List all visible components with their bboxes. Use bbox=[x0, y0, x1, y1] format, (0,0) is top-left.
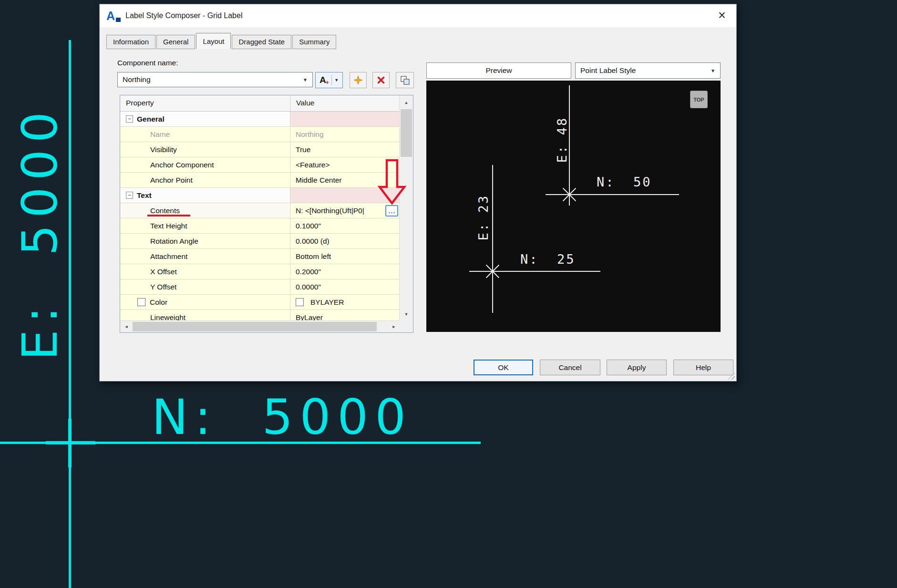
vertical-scroll-thumb[interactable] bbox=[401, 109, 412, 157]
scroll-left-icon[interactable]: ◄ bbox=[120, 321, 133, 332]
property-row-visibility[interactable]: Visibility True bbox=[120, 142, 400, 157]
preview-style-value: Point Label Style bbox=[580, 66, 636, 75]
property-row-attachment[interactable]: Attachment Bottom left bbox=[120, 249, 400, 264]
close-icon[interactable]: × bbox=[714, 8, 730, 23]
property-row-lineweight[interactable]: Lineweight ByLayer bbox=[120, 310, 400, 321]
component-name-select[interactable]: Northing ▼ bbox=[117, 72, 313, 87]
preview-header: Preview bbox=[426, 62, 571, 79]
tab-information[interactable]: Information bbox=[106, 35, 155, 49]
group-label: General bbox=[137, 115, 165, 124]
scroll-right-icon[interactable]: ► bbox=[388, 321, 400, 332]
chevron-down-icon: ▼ bbox=[303, 77, 308, 83]
sparkle-icon bbox=[353, 75, 363, 85]
preview-gridline-vertical-2 bbox=[492, 165, 493, 313]
copy-icon bbox=[400, 75, 410, 85]
component-draw-order-button[interactable] bbox=[396, 72, 414, 88]
add-plus-icon: + bbox=[326, 79, 330, 86]
preview-easting-label-1: E: 48 bbox=[555, 117, 569, 163]
tab-dragged-state[interactable]: Dragged State bbox=[232, 35, 291, 49]
group-row-text[interactable]: − Text bbox=[120, 188, 400, 203]
property-row-anchor-component[interactable]: Anchor Component <Feature> bbox=[120, 157, 400, 173]
preview-gridline-horizontal-1 bbox=[546, 194, 679, 195]
chevron-down-icon: ▼ bbox=[711, 68, 715, 73]
preview-canvas: E: 48 N: 50 E: 23 N: 25 TOP bbox=[426, 81, 721, 332]
collapse-icon[interactable]: − bbox=[126, 192, 133, 199]
group-row-general[interactable]: − General bbox=[120, 112, 400, 127]
apply-button[interactable]: Apply bbox=[607, 360, 667, 375]
property-row-anchor-point[interactable]: Anchor Point Middle Center bbox=[120, 173, 400, 188]
delete-component-button[interactable] bbox=[372, 72, 390, 88]
property-grid: Property Value − General Name Northing V… bbox=[120, 95, 413, 333]
cad-easting-label: E: 5000 bbox=[16, 105, 64, 360]
property-row-y-offset[interactable]: Y Offset 0.0000" bbox=[120, 279, 400, 295]
property-row-text-height[interactable]: Text Height 0.1000" bbox=[120, 218, 400, 234]
property-row-rotation-angle[interactable]: Rotation Angle 0.0000 (d) bbox=[120, 234, 400, 249]
app-icon: A bbox=[106, 10, 119, 22]
horizontal-scrollbar[interactable]: ◄ ► bbox=[120, 320, 400, 332]
app-icon-badge bbox=[116, 18, 121, 22]
title-bar: A Label Style Composer - Grid Label × bbox=[100, 4, 736, 27]
annotation-underline bbox=[147, 215, 190, 217]
property-row-color[interactable]: Color BYLAYER bbox=[120, 295, 400, 310]
annotation-arrow-icon bbox=[372, 158, 415, 206]
column-header-property: Property bbox=[120, 95, 290, 111]
scrollbar-corner bbox=[399, 320, 413, 332]
add-text-icon: A bbox=[320, 75, 326, 85]
red-x-icon bbox=[377, 76, 385, 84]
preview-gridline-horizontal-2 bbox=[469, 271, 600, 272]
preview-northing-label-2: N: 25 bbox=[520, 252, 576, 267]
group-label: Text bbox=[137, 191, 152, 200]
vertical-scrollbar[interactable]: ▲ ▼ bbox=[399, 95, 413, 321]
tab-general[interactable]: General bbox=[156, 35, 195, 49]
add-component-button[interactable]: A + ▼ bbox=[315, 72, 343, 88]
cad-tick-marker-vertical bbox=[68, 419, 72, 467]
dialog-title: Label Style Composer - Grid Label bbox=[125, 11, 242, 20]
collapse-icon[interactable]: − bbox=[126, 115, 133, 123]
preview-style-select[interactable]: Point Label Style ▼ bbox=[575, 62, 721, 79]
component-name-label: Component name: bbox=[117, 59, 178, 67]
copy-component-style-button[interactable] bbox=[350, 72, 367, 88]
color-property-checkbox[interactable] bbox=[137, 298, 145, 306]
grid-header: Property Value bbox=[120, 95, 400, 112]
property-row-name[interactable]: Name Northing bbox=[120, 127, 400, 142]
cad-northing-label: N: 5000 bbox=[152, 393, 412, 442]
tab-summary[interactable]: Summary bbox=[292, 35, 336, 49]
contents-ellipsis-button[interactable]: … bbox=[385, 205, 398, 217]
property-row-x-offset[interactable]: X Offset 0.2000" bbox=[120, 264, 400, 279]
column-header-value: Value bbox=[290, 95, 400, 111]
component-name-value: Northing bbox=[123, 75, 151, 84]
help-button[interactable]: Help bbox=[673, 360, 733, 375]
ok-button[interactable]: OK bbox=[474, 360, 533, 375]
viewcube-top[interactable]: TOP bbox=[690, 91, 708, 108]
scroll-down-icon[interactable]: ▼ bbox=[400, 307, 413, 321]
property-grid-body: Property Value − General Name Northing V… bbox=[120, 95, 400, 321]
color-value-checkbox[interactable] bbox=[296, 298, 304, 306]
preview-northing-label-1: N: 50 bbox=[597, 175, 652, 189]
tab-strip: Information General Layout Dragged State… bbox=[106, 33, 337, 49]
divider bbox=[331, 75, 332, 85]
preview-easting-label-2: E: 23 bbox=[476, 195, 491, 240]
horizontal-scroll-thumb[interactable] bbox=[133, 322, 377, 331]
cancel-button[interactable]: Cancel bbox=[540, 360, 600, 375]
scroll-up-icon[interactable]: ▲ bbox=[400, 95, 413, 109]
cad-vertical-gridline bbox=[69, 40, 71, 588]
chevron-down-icon[interactable]: ▼ bbox=[334, 78, 339, 83]
label-style-composer-dialog: A Label Style Composer - Grid Label × In… bbox=[99, 4, 737, 382]
tab-layout[interactable]: Layout bbox=[196, 33, 231, 49]
